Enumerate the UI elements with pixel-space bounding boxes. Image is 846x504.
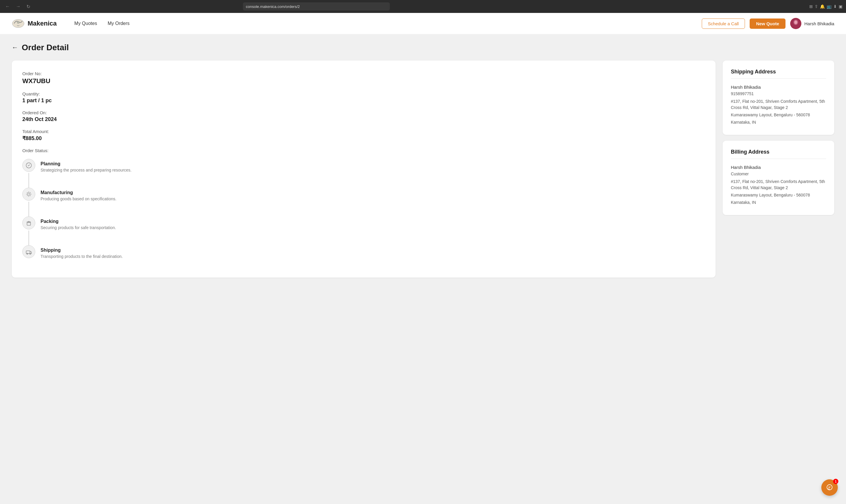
step-shipping: Shipping Transporting products to the fi… [22,245,705,267]
svg-rect-8 [26,251,30,253]
total-amount-label: Total Amount: [22,129,705,134]
logo-link[interactable]: Makenica [12,17,57,30]
right-sidebar: Shipping Address Harsh Bhikadia 91589977… [723,60,834,277]
step-line-manufacturing [29,202,29,216]
status-steps: Planning Strategizing the process and pr… [22,159,705,267]
step-icon-col-packing [22,216,35,245]
step-desc-manufacturing: Producing goods based on specifications. [40,197,116,201]
shipping-address-line2: Kumaraswamy Layout, Bengaluru - 560078 [731,112,826,118]
logo-text: Makenica [28,20,57,27]
manufacturing-icon [22,188,35,201]
user-name: Harsh Bhikadia [804,21,834,26]
page-header: ← Order Detail [12,43,834,52]
step-content-packing: Packing Securing products for safe trans… [40,216,116,238]
total-amount-value: ₹885.00 [22,135,705,142]
step-desc-packing: Securing products for safe transportatio… [40,225,116,230]
step-title-shipping: Shipping [40,248,123,253]
chat-badge: 1 [833,479,839,484]
browser-extension-icons: ⊞⇪🔔📺⬇▣ [809,4,843,9]
billing-name: Harsh Bhikadia [731,165,826,170]
step-line-planning [29,173,29,188]
svg-point-10 [30,253,31,254]
billing-address-line1: #137, Flat no-201, Shriven Comforts Apar… [731,179,826,191]
back-button[interactable]: ← [12,44,18,51]
schedule-call-button[interactable]: Schedule a Call [702,18,745,29]
svg-rect-12 [828,487,831,487]
shipping-phone: 9158997751 [731,91,826,96]
ordered-on-label: Ordered On: [22,110,705,115]
browser-reload-btn[interactable]: ↻ [25,3,32,11]
step-content-shipping: Shipping Transporting products to the fi… [40,245,123,267]
step-icon-col-planning [22,159,35,188]
step-desc-planning: Strategizing the process and preparing r… [40,168,131,173]
nav-my-quotes[interactable]: My Quotes [74,21,97,26]
billing-address-card: Billing Address Harsh Bhikadia Customer … [723,141,834,215]
order-detail-card: Order No: WX7UBU Quantity: 1 part / 1 pc… [12,60,716,277]
step-icon-col-shipping [22,245,35,258]
shipping-icon [22,245,35,258]
browser-back-btn[interactable]: ← [3,3,12,10]
billing-address-title: Billing Address [731,149,826,159]
user-profile[interactable]: Harsh Bhikadia [790,18,834,29]
shipping-address-title: Shipping Address [731,69,826,79]
order-no-label: Order No: [22,71,705,76]
avatar-icon [790,18,802,29]
svg-point-1 [17,21,19,23]
step-content-manufacturing: Manufacturing Producing goods based on s… [40,188,116,210]
page-content: ← Order Detail Order No: WX7UBU Quantity… [0,34,846,504]
step-packing: Packing Securing products for safe trans… [22,216,705,245]
new-quote-button[interactable]: New Quote [750,18,786,29]
step-title-planning: Planning [40,161,131,166]
ordered-on-value: 24th Oct 2024 [22,116,705,123]
step-title-packing: Packing [40,219,116,224]
browser-chrome: ← → ↻ console.makenica.com/orders/2 ⊞⇪🔔📺… [0,0,846,13]
billing-address-line3: Karnataka, IN [731,199,826,205]
svg-point-4 [794,21,797,24]
shipping-name: Harsh Bhikadia [731,85,826,90]
step-content-planning: Planning Strategizing the process and pr… [40,159,131,181]
step-title-manufacturing: Manufacturing [40,190,116,195]
url-text: console.makenica.com/orders/2 [246,4,300,9]
step-line-packing [29,231,29,245]
address-bar[interactable]: console.makenica.com/orders/2 [243,2,390,11]
shipping-address-line3: Karnataka, IN [731,119,826,125]
billing-address-line2: Kumaraswamy Layout, Bengaluru - 560078 [731,192,826,198]
shipping-address-card: Shipping Address Harsh Bhikadia 91589977… [723,60,834,135]
quantity-label: Quantity: [22,91,705,96]
svg-rect-7 [27,222,31,225]
billing-role: Customer [731,172,826,176]
navbar-actions: Schedule a Call New Quote Harsh Bhikadia [702,18,834,29]
navbar: Makenica My Quotes My Orders Schedule a … [0,13,846,34]
avatar [790,18,802,29]
order-no-value: WX7UBU [22,77,705,85]
chat-icon [826,484,833,491]
svg-point-9 [27,253,28,254]
order-status-label: Order Status: [22,148,705,153]
step-planning: Planning Strategizing the process and pr… [22,159,705,188]
packing-icon [22,216,35,229]
svg-rect-13 [828,488,830,488]
main-grid: Order No: WX7UBU Quantity: 1 part / 1 pc… [12,60,834,277]
logo-icon [12,17,25,30]
navbar-links: My Quotes My Orders [74,21,129,26]
nav-my-orders[interactable]: My Orders [108,21,129,26]
browser-forward-btn[interactable]: → [14,3,22,10]
svg-point-6 [28,193,30,195]
step-desc-shipping: Transporting products to the final desti… [40,254,123,259]
page-title: Order Detail [22,43,69,52]
planning-icon [22,159,35,172]
quantity-value: 1 part / 1 pc [22,97,705,104]
step-manufacturing: Manufacturing Producing goods based on s… [22,188,705,216]
chat-button[interactable]: 1 [821,479,838,496]
step-icon-col-manufacturing [22,188,35,216]
shipping-address-line1: #137, Flat no-201, Shriven Comforts Apar… [731,98,826,111]
